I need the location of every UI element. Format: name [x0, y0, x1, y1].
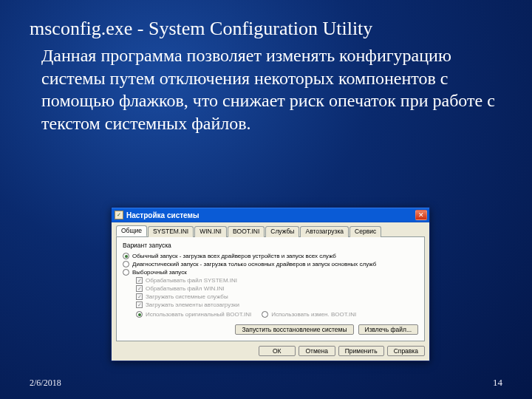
tab-bar: Общие SYSTEM.INI WIN.INI BOOT.INI Службы…: [116, 225, 425, 237]
check-winini: Обрабатывать файл WIN.INI: [136, 284, 418, 293]
tab-winini[interactable]: WIN.INI: [194, 226, 227, 237]
check-label: Обрабатывать файл SYSTEM.INI: [146, 277, 237, 284]
tab-tools[interactable]: Сервис: [349, 226, 381, 237]
group-label-startup: Вариант запуска: [123, 242, 418, 249]
radio-icon: [123, 269, 129, 276]
radio-label: Выборочный запуск: [132, 269, 187, 276]
footer-page-number: 14: [493, 377, 502, 389]
extract-file-button[interactable]: Извлечь файл...: [358, 324, 418, 335]
checkbox-icon: [136, 277, 143, 284]
radio-normal-startup[interactable]: Обычный запуск - загрузка всех драйверов…: [123, 252, 418, 260]
help-button[interactable]: Справка: [387, 346, 425, 356]
tab-systemini[interactable]: SYSTEM.INI: [148, 226, 194, 237]
slide-title: msconfig.exe - System Configuration Util…: [30, 18, 502, 40]
radio-label: Диагностический запуск - загрузка только…: [132, 261, 376, 267]
titlebar[interactable]: ✓ Настройка системы ✕: [112, 208, 429, 222]
app-icon: ✓: [115, 211, 123, 219]
footer-date: 2/6/2018: [30, 378, 61, 389]
tab-general[interactable]: Общие: [116, 225, 147, 236]
radio-modified-bootini: Использовать измен. BOOT.INI: [262, 310, 356, 318]
system-restore-button[interactable]: Запустить восстановление системы: [235, 324, 353, 335]
radio-selective-startup[interactable]: Выборочный запуск: [123, 268, 418, 276]
check-startup-items: Загружать элементы автозагрузки: [136, 301, 418, 309]
check-label: Загружать системные службы: [146, 293, 228, 300]
check-label: Обрабатывать файл WIN.INI: [146, 285, 225, 292]
msconfig-dialog: ✓ Настройка системы ✕ Общие SYSTEM.INI W…: [111, 207, 430, 361]
radio-icon: [262, 311, 268, 318]
check-systemini: Обрабатывать файл SYSTEM.INI: [136, 276, 418, 284]
radio-original-bootini: Использовать оригинальный BOOT.INI: [136, 310, 251, 318]
tab-panel-general: Вариант запуска Обычный запуск - загрузк…: [116, 237, 425, 341]
radio-icon: [123, 253, 129, 259]
checkbox-icon: [136, 285, 143, 292]
close-icon[interactable]: ✕: [415, 210, 427, 220]
tab-startup[interactable]: Автозагрузка: [300, 226, 349, 237]
check-label: Загружать элементы автозагрузки: [146, 301, 239, 308]
tab-bootini[interactable]: BOOT.INI: [228, 226, 265, 237]
tab-services[interactable]: Службы: [265, 226, 299, 237]
cancel-button[interactable]: Отмена: [299, 346, 335, 356]
apply-button[interactable]: Применить: [338, 346, 384, 356]
radio-label: Использовать измен. BOOT.INI: [271, 311, 356, 318]
radio-diagnostic-startup[interactable]: Диагностический запуск - загрузка только…: [123, 260, 418, 268]
titlebar-text: Настройка системы: [126, 211, 415, 219]
radio-icon: [123, 261, 129, 267]
checkbox-icon: [136, 301, 143, 308]
radio-label: Использовать оригинальный BOOT.INI: [146, 311, 251, 318]
slide-body: Данная программа позволяет изменять конф…: [30, 44, 502, 135]
check-services: Загружать системные службы: [136, 293, 418, 301]
radio-icon: [136, 311, 143, 318]
ok-button[interactable]: ОК: [259, 346, 296, 356]
checkbox-icon: [136, 293, 143, 300]
radio-label: Обычный запуск - загрузка всех драйверов…: [132, 253, 336, 259]
